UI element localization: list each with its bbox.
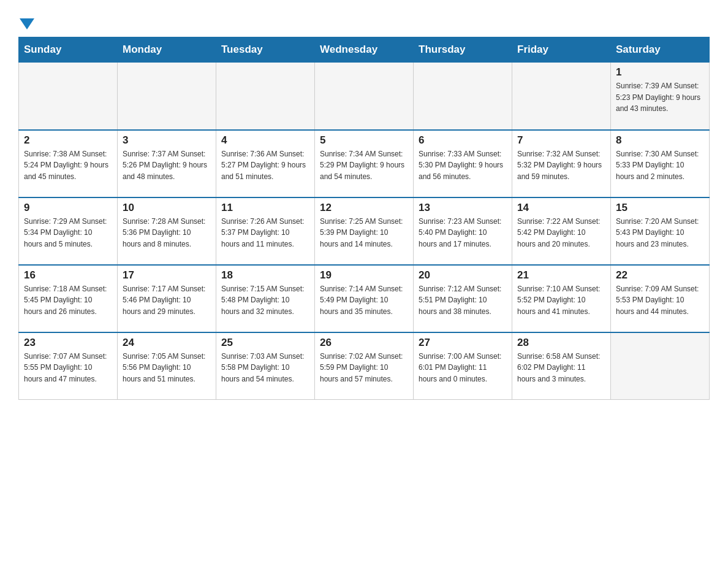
day-cell: 7Sunrise: 7:32 AM Sunset: 5:32 PM Daylig… — [512, 130, 611, 197]
day-cell: 13Sunrise: 7:23 AM Sunset: 5:40 PM Dayli… — [414, 197, 512, 265]
day-info: Sunrise: 7:30 AM Sunset: 5:33 PM Dayligh… — [616, 148, 704, 183]
calendar-header: SundayMondayTuesdayWednesdayThursdayFrid… — [19, 37, 710, 63]
logo-triangle-icon — [20, 18, 34, 29]
day-number: 26 — [320, 337, 408, 349]
day-number: 13 — [419, 202, 507, 214]
logo-line1 — [18, 18, 34, 31]
day-number: 14 — [517, 202, 605, 214]
week-row-2: 9Sunrise: 7:29 AM Sunset: 5:34 PM Daylig… — [19, 197, 710, 265]
day-info: Sunrise: 7:22 AM Sunset: 5:42 PM Dayligh… — [517, 216, 605, 250]
day-info: Sunrise: 7:23 AM Sunset: 5:40 PM Dayligh… — [419, 216, 507, 250]
day-info: Sunrise: 7:34 AM Sunset: 5:29 PM Dayligh… — [320, 148, 408, 183]
day-info: Sunrise: 7:00 AM Sunset: 6:01 PM Dayligh… — [419, 351, 507, 385]
day-cell: 21Sunrise: 7:10 AM Sunset: 5:52 PM Dayli… — [512, 265, 611, 332]
day-number: 28 — [517, 337, 605, 349]
day-info: Sunrise: 7:39 AM Sunset: 5:23 PM Dayligh… — [616, 80, 704, 115]
day-cell: 12Sunrise: 7:25 AM Sunset: 5:39 PM Dayli… — [315, 197, 414, 265]
day-number: 2 — [24, 134, 112, 147]
day-info: Sunrise: 7:09 AM Sunset: 5:53 PM Dayligh… — [616, 283, 704, 318]
logo-text-block — [18, 18, 34, 31]
logo — [18, 18, 34, 31]
day-number: 7 — [517, 134, 605, 147]
day-info: Sunrise: 7:15 AM Sunset: 5:48 PM Dayligh… — [221, 283, 309, 318]
day-cell: 17Sunrise: 7:17 AM Sunset: 5:46 PM Dayli… — [118, 265, 216, 332]
calendar-table: SundayMondayTuesdayWednesdayThursdayFrid… — [18, 37, 710, 400]
day-number: 17 — [123, 269, 211, 282]
day-info: Sunrise: 7:10 AM Sunset: 5:52 PM Dayligh… — [517, 283, 605, 318]
day-number: 27 — [419, 337, 507, 349]
week-row-4: 23Sunrise: 7:07 AM Sunset: 5:55 PM Dayli… — [19, 332, 710, 400]
day-cell: 6Sunrise: 7:33 AM Sunset: 5:30 PM Daylig… — [414, 130, 512, 197]
day-cell: 5Sunrise: 7:34 AM Sunset: 5:29 PM Daylig… — [315, 130, 414, 197]
header-cell-thursday: Thursday — [414, 37, 512, 63]
week-row-3: 16Sunrise: 7:18 AM Sunset: 5:45 PM Dayli… — [19, 265, 710, 332]
day-number: 25 — [221, 337, 309, 349]
day-cell: 27Sunrise: 7:00 AM Sunset: 6:01 PM Dayli… — [414, 332, 512, 400]
day-cell — [118, 63, 216, 130]
day-cell — [512, 63, 611, 130]
day-cell: 11Sunrise: 7:26 AM Sunset: 5:37 PM Dayli… — [216, 197, 315, 265]
day-info: Sunrise: 7:02 AM Sunset: 5:59 PM Dayligh… — [320, 351, 408, 385]
day-info: Sunrise: 7:17 AM Sunset: 5:46 PM Dayligh… — [123, 283, 211, 318]
day-cell: 10Sunrise: 7:28 AM Sunset: 5:36 PM Dayli… — [118, 197, 216, 265]
day-number: 21 — [517, 269, 605, 282]
day-info: Sunrise: 7:20 AM Sunset: 5:43 PM Dayligh… — [616, 216, 704, 250]
day-cell: 8Sunrise: 7:30 AM Sunset: 5:33 PM Daylig… — [611, 130, 710, 197]
day-number: 3 — [123, 134, 211, 147]
day-number: 11 — [221, 202, 309, 214]
header-cell-saturday: Saturday — [611, 37, 710, 63]
day-info: Sunrise: 7:29 AM Sunset: 5:34 PM Dayligh… — [24, 216, 112, 250]
day-cell: 22Sunrise: 7:09 AM Sunset: 5:53 PM Dayli… — [611, 265, 710, 332]
day-number: 15 — [616, 202, 704, 214]
day-number: 18 — [221, 269, 309, 282]
day-number: 4 — [221, 134, 309, 147]
day-info: Sunrise: 7:14 AM Sunset: 5:49 PM Dayligh… — [320, 283, 408, 318]
day-number: 12 — [320, 202, 408, 214]
day-cell: 3Sunrise: 7:37 AM Sunset: 5:26 PM Daylig… — [118, 130, 216, 197]
day-number: 22 — [616, 269, 704, 282]
day-number: 23 — [24, 337, 112, 349]
day-cell: 24Sunrise: 7:05 AM Sunset: 5:56 PM Dayli… — [118, 332, 216, 400]
day-info: Sunrise: 7:28 AM Sunset: 5:36 PM Dayligh… — [123, 216, 211, 250]
day-cell: 16Sunrise: 7:18 AM Sunset: 5:45 PM Dayli… — [19, 265, 118, 332]
day-info: Sunrise: 7:07 AM Sunset: 5:55 PM Dayligh… — [24, 351, 112, 385]
day-cell — [611, 332, 710, 400]
day-cell — [315, 63, 414, 130]
day-cell: 9Sunrise: 7:29 AM Sunset: 5:34 PM Daylig… — [19, 197, 118, 265]
day-info: Sunrise: 7:38 AM Sunset: 5:24 PM Dayligh… — [24, 148, 112, 183]
day-info: Sunrise: 6:58 AM Sunset: 6:02 PM Dayligh… — [517, 351, 605, 385]
day-cell: 23Sunrise: 7:07 AM Sunset: 5:55 PM Dayli… — [19, 332, 118, 400]
day-info: Sunrise: 7:33 AM Sunset: 5:30 PM Dayligh… — [419, 148, 507, 183]
day-number: 20 — [419, 269, 507, 282]
header-cell-wednesday: Wednesday — [315, 37, 414, 63]
day-number: 16 — [24, 269, 112, 282]
day-cell — [414, 63, 512, 130]
day-number: 1 — [616, 66, 704, 79]
calendar-body: 1Sunrise: 7:39 AM Sunset: 5:23 PM Daylig… — [19, 63, 710, 400]
day-number: 6 — [419, 134, 507, 147]
day-number: 5 — [320, 134, 408, 147]
day-cell — [19, 63, 118, 130]
day-number: 24 — [123, 337, 211, 349]
day-number: 8 — [616, 134, 704, 147]
day-cell: 15Sunrise: 7:20 AM Sunset: 5:43 PM Dayli… — [611, 197, 710, 265]
header-cell-friday: Friday — [512, 37, 611, 63]
day-info: Sunrise: 7:37 AM Sunset: 5:26 PM Dayligh… — [123, 148, 211, 183]
week-row-0: 1Sunrise: 7:39 AM Sunset: 5:23 PM Daylig… — [19, 63, 710, 130]
day-info: Sunrise: 7:03 AM Sunset: 5:58 PM Dayligh… — [221, 351, 309, 385]
header-cell-monday: Monday — [118, 37, 216, 63]
day-cell: 26Sunrise: 7:02 AM Sunset: 5:59 PM Dayli… — [315, 332, 414, 400]
day-info: Sunrise: 7:36 AM Sunset: 5:27 PM Dayligh… — [221, 148, 309, 183]
day-cell: 25Sunrise: 7:03 AM Sunset: 5:58 PM Dayli… — [216, 332, 315, 400]
header-cell-sunday: Sunday — [19, 37, 118, 63]
day-cell: 19Sunrise: 7:14 AM Sunset: 5:49 PM Dayli… — [315, 265, 414, 332]
day-info: Sunrise: 7:12 AM Sunset: 5:51 PM Dayligh… — [419, 283, 507, 318]
day-info: Sunrise: 7:32 AM Sunset: 5:32 PM Dayligh… — [517, 148, 605, 183]
day-cell: 2Sunrise: 7:38 AM Sunset: 5:24 PM Daylig… — [19, 130, 118, 197]
day-info: Sunrise: 7:25 AM Sunset: 5:39 PM Dayligh… — [320, 216, 408, 250]
day-cell: 14Sunrise: 7:22 AM Sunset: 5:42 PM Dayli… — [512, 197, 611, 265]
day-number: 10 — [123, 202, 211, 214]
day-cell: 20Sunrise: 7:12 AM Sunset: 5:51 PM Dayli… — [414, 265, 512, 332]
day-number: 9 — [24, 202, 112, 214]
day-info: Sunrise: 7:26 AM Sunset: 5:37 PM Dayligh… — [221, 216, 309, 250]
